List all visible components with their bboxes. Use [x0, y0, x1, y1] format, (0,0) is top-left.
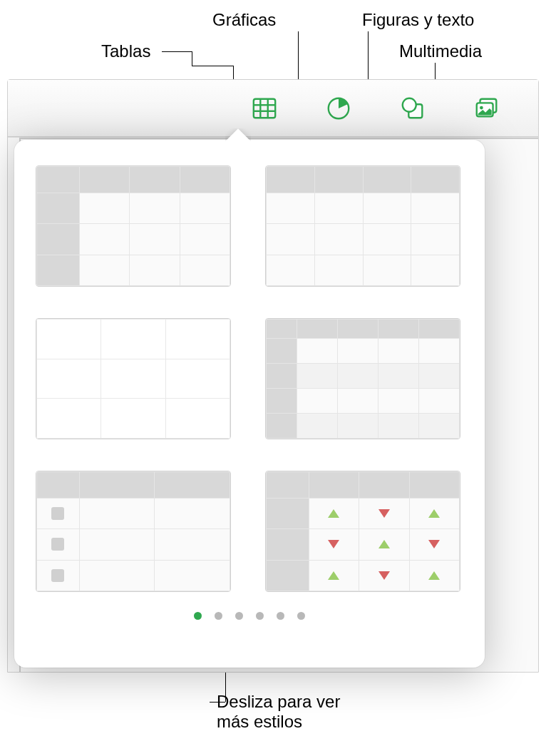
shapes-icon	[399, 95, 426, 122]
up-indicator-icon	[428, 509, 440, 518]
table-style-indicators[interactable]	[265, 471, 460, 592]
tables-button[interactable]	[249, 93, 280, 124]
up-indicator-icon	[328, 571, 339, 580]
page-dot-3[interactable]	[235, 612, 243, 620]
checkbox-icon	[51, 507, 64, 520]
down-indicator-icon	[378, 571, 390, 580]
page-dot-4[interactable]	[256, 612, 264, 620]
table-style-checklist[interactable]	[36, 471, 231, 592]
callout-shapes-text: Figuras y texto	[362, 10, 474, 30]
tables-icon	[251, 95, 278, 122]
callout-line	[210, 702, 225, 703]
down-indicator-icon	[378, 509, 390, 518]
down-indicator-icon	[428, 540, 440, 548]
callout-swipe: Desliza para ver más estilos	[217, 692, 340, 732]
svg-point-10	[480, 106, 483, 109]
checkbox-icon	[51, 569, 64, 582]
table-styles-grid	[36, 165, 463, 592]
page-indicator[interactable]	[36, 612, 463, 620]
callout-line	[192, 66, 233, 66]
shapes-button[interactable]	[397, 93, 428, 124]
table-styles-popover	[14, 140, 485, 668]
page-dot-5[interactable]	[277, 612, 284, 620]
up-indicator-icon	[428, 571, 440, 580]
down-indicator-icon	[328, 540, 339, 548]
checkbox-icon	[51, 538, 64, 551]
charts-button[interactable]	[323, 93, 354, 124]
up-indicator-icon	[328, 509, 339, 518]
callout-line	[162, 51, 192, 52]
callout-media: Multimedia	[399, 41, 482, 61]
page-dot-1[interactable]	[194, 612, 202, 620]
svg-point-7	[403, 98, 416, 111]
table-style-header-row[interactable]	[265, 165, 460, 287]
svg-rect-0	[254, 98, 275, 118]
media-button[interactable]	[471, 93, 503, 124]
up-indicator-icon	[378, 540, 390, 548]
table-style-plain[interactable]	[36, 318, 231, 439]
page-dot-6[interactable]	[297, 612, 305, 620]
toolbar	[8, 80, 538, 137]
table-style-banded[interactable]	[265, 318, 460, 439]
table-style-header-row-col[interactable]	[36, 165, 231, 287]
popover-arrow	[225, 128, 251, 141]
media-icon	[473, 95, 500, 122]
callout-charts: Gráficas	[212, 10, 276, 30]
callout-line	[192, 51, 192, 66]
callout-tables: Tablas	[101, 41, 150, 61]
page-dot-2[interactable]	[215, 612, 222, 620]
chart-icon	[325, 95, 352, 122]
